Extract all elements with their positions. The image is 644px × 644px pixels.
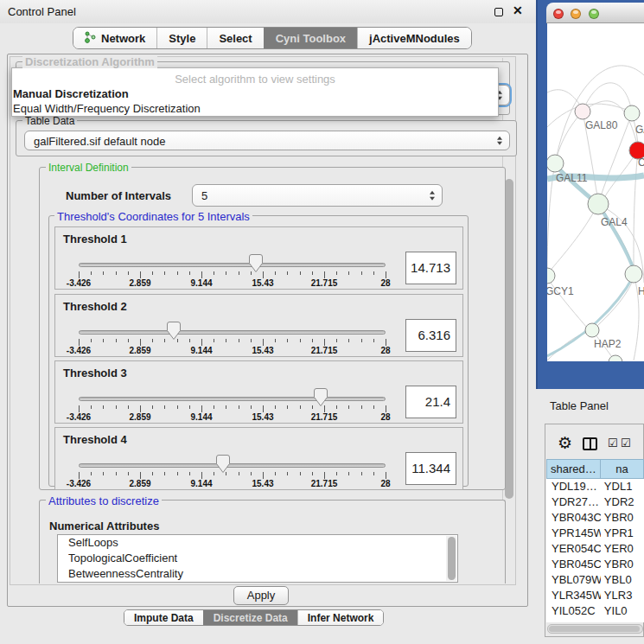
network-node[interactable]	[588, 194, 609, 214]
threshold-slider-handle[interactable]	[249, 254, 263, 272]
bottom-tab-impute-data[interactable]: Impute Data	[124, 610, 203, 625]
network-node[interactable]	[585, 323, 599, 337]
threshold-value-field[interactable]: 11.344	[405, 452, 456, 485]
tab-select[interactable]: Select	[207, 28, 263, 48]
attribute-item[interactable]: TopologicalCoefficient	[58, 551, 457, 566]
threshold-panel: Threshold 2-3.4262.8599.14415.4321.71528…	[54, 294, 463, 357]
table-cell[interactable]: YIL0	[601, 603, 644, 619]
table-row[interactable]: YBL079WYBL0	[546, 572, 644, 588]
checkbox-icon[interactable]: ☑	[621, 437, 631, 450]
threshold-slider-handle[interactable]	[216, 455, 230, 473]
table-cell[interactable]: YPR1	[601, 526, 644, 541]
table-cell[interactable]: YLR3	[601, 588, 644, 603]
threshold-slider-handle[interactable]	[314, 388, 328, 406]
network-graph: GAL80GACGAL11GAL4GCY1HHAP2	[547, 23, 644, 361]
attribute-item[interactable]: BetweennessCentrality	[58, 566, 457, 582]
tab-network[interactable]: Network	[73, 28, 156, 48]
apply-button[interactable]: Apply	[233, 586, 289, 605]
table-cell[interactable]: YLR345W	[546, 588, 601, 603]
bottom-tab-discretize-data[interactable]: Discretize Data	[203, 610, 297, 625]
tick-label: 15.43	[252, 346, 273, 355]
table-row[interactable]: YPR145WYPR1	[546, 526, 644, 541]
table-cell[interactable]: YBR045C	[546, 557, 601, 572]
tab-label: Select	[219, 32, 252, 45]
table-cell[interactable]: YBL0	[601, 572, 644, 588]
threshold-slider-track[interactable]	[79, 330, 386, 335]
tick-label: 21.715	[311, 346, 338, 355]
algorithm-option[interactable]: Equal Width/Frequency Discretization	[13, 102, 201, 115]
vertical-scrollbar-thumb[interactable]	[505, 179, 513, 499]
network-node[interactable]	[625, 265, 642, 283]
table-cell[interactable]: YBR043C	[546, 510, 601, 526]
table-cell[interactable]: YDR27…	[546, 494, 601, 510]
node-table: shared…na YDL19…YDL1YDR27…YDR2YBR043CYBR…	[546, 459, 644, 622]
table-horizontal-scrollbar-thumb[interactable]	[549, 626, 640, 632]
table-header-row: shared…na	[546, 459, 644, 479]
network-node[interactable]	[547, 155, 564, 172]
tab-cyni-toolbox[interactable]: Cyni Toolbox	[264, 28, 357, 48]
threshold-value-field[interactable]: 14.713	[405, 252, 456, 284]
table-cell[interactable]: YDR2	[601, 494, 644, 510]
columns-icon[interactable]	[583, 437, 597, 450]
table-cell[interactable]: YBL079W	[546, 572, 601, 588]
num-intervals-value: 5	[201, 189, 207, 202]
network-node[interactable]	[624, 105, 640, 121]
table-cell[interactable]: YIL052C	[546, 603, 601, 619]
table-row[interactable]: YLR345WYLR3	[546, 588, 644, 603]
tick-label: 15.43	[252, 479, 273, 488]
threshold-slider-track[interactable]	[79, 463, 386, 468]
table-cell[interactable]: YBR0	[601, 557, 644, 572]
table-cell[interactable]: YBR0	[601, 510, 644, 526]
network-node[interactable]	[609, 355, 622, 361]
threshold-value-field[interactable]: 21.4	[405, 386, 456, 418]
table-row[interactable]: YER054CYER0	[546, 541, 644, 557]
minimize-traffic-light[interactable]	[571, 9, 581, 19]
network-node-label: C	[638, 156, 644, 169]
table-column-header[interactable]: na	[601, 459, 644, 479]
table-cell[interactable]: YER054C	[546, 541, 601, 557]
slider-tick-marks	[79, 405, 386, 413]
control-panel-titlebar: Control Panel ✕	[0, 0, 536, 23]
tick-label: 2.859	[129, 346, 150, 355]
network-canvas[interactable]: GAL80GACGAL11GAL4GCY1HHAP2	[547, 23, 644, 361]
combo-arrows-icon	[497, 136, 502, 145]
table-cell[interactable]: YPR145W	[546, 526, 601, 541]
float-icon[interactable]	[494, 8, 503, 16]
attribute-list-scrollbar[interactable]	[446, 536, 456, 581]
num-intervals-combo[interactable]: 5	[192, 184, 443, 207]
table-column-header[interactable]: shared…	[546, 459, 601, 479]
tab-style[interactable]: Style	[156, 28, 207, 48]
table-row[interactable]: YDR27…YDR2	[546, 494, 644, 510]
close-icon[interactable]: ✕	[513, 3, 523, 17]
bottom-tab-infer-network[interactable]: Infer Network	[297, 610, 384, 625]
table-cell[interactable]: YER0	[601, 541, 644, 557]
tab-jactivemnodules[interactable]: jActiveMNodules	[357, 28, 471, 48]
attribute-list-scrollbar-thumb[interactable]	[448, 537, 456, 580]
table-cell[interactable]: YDL19…	[546, 479, 601, 494]
attribute-item[interactable]: SelfLoops	[58, 535, 457, 551]
app-root: Control Panel ✕ NetworkStyleSelectCyni T…	[0, 0, 644, 644]
zoom-traffic-light[interactable]	[589, 9, 599, 19]
threshold-slider-track[interactable]	[79, 397, 386, 401]
table-data-combo[interactable]: galFiltered.sif default node	[24, 131, 510, 150]
network-node[interactable]	[575, 104, 590, 119]
bottom-tab-label: Impute Data	[134, 612, 194, 624]
gear-icon[interactable]: ⚙	[558, 435, 572, 451]
slider-tick-marks	[79, 472, 386, 480]
table-row[interactable]: YDL19…YDL1	[546, 479, 644, 494]
numerical-attributes-label: Numerical Attributes	[49, 520, 159, 532]
algorithm-option[interactable]: Manual Discretization	[13, 87, 129, 100]
close-traffic-light[interactable]	[553, 9, 564, 19]
table-horizontal-scrollbar[interactable]	[547, 624, 643, 634]
table-row[interactable]: YBR043CYBR0	[546, 510, 644, 526]
network-icon	[85, 31, 96, 46]
network-node[interactable]	[547, 268, 555, 284]
attribute-list: SelfLoopsTopologicalCoefficientBetweenne…	[57, 534, 458, 583]
threshold-slider-track[interactable]	[79, 263, 386, 267]
threshold-value-field[interactable]: 6.316	[405, 319, 456, 352]
threshold-slider-handle[interactable]	[167, 322, 181, 340]
table-row[interactable]: YIL052CYIL0	[546, 603, 644, 619]
table-cell[interactable]: YDL1	[601, 479, 644, 494]
checkbox-icon[interactable]: ☑	[608, 437, 618, 450]
table-row[interactable]: YBR045CYBR0	[546, 557, 644, 572]
